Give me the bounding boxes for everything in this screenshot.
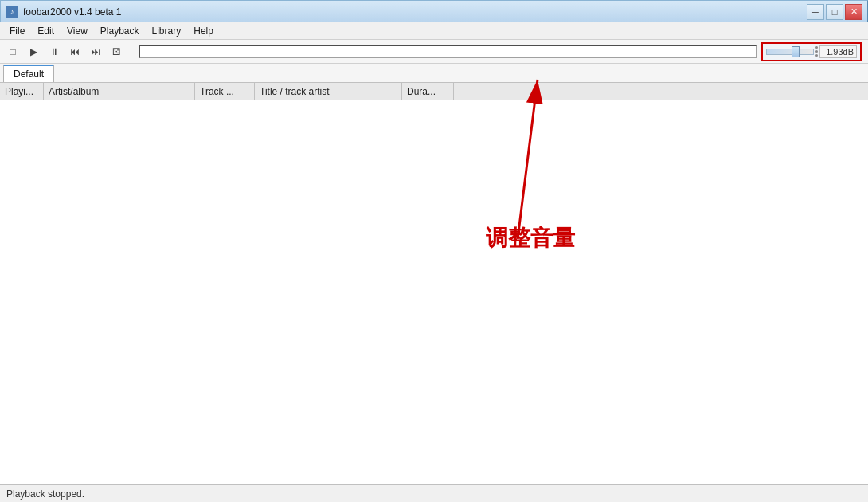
col-header-duration[interactable]: Dura... — [402, 83, 454, 100]
col-header-artist[interactable]: Artist/album — [44, 83, 195, 100]
status-text: Playback stopped. — [6, 488, 84, 500]
app-icon: ♪ — [6, 6, 18, 18]
menu-edit[interactable]: Edit — [31, 22, 61, 39]
title-text: foobar2000 v1.4 beta 1 — [23, 6, 121, 18]
volume-container: -1.93dB — [761, 42, 862, 61]
menu-view[interactable]: View — [61, 22, 94, 39]
toolbar-separator — [131, 44, 131, 60]
title-bar-controls: ─ □ ✕ — [807, 4, 862, 20]
col-header-track[interactable]: Track ... — [195, 83, 255, 100]
close-button[interactable]: ✕ — [845, 4, 862, 20]
title-bar-left: ♪ foobar2000 v1.4 beta 1 — [6, 6, 121, 18]
menu-bar: File Edit View Playback Library Help — [0, 22, 868, 40]
status-bar: Playback stopped. — [0, 484, 868, 502]
tab-default[interactable]: Default — [3, 65, 54, 82]
column-headers: Playi... Artist/album Track ... Title / … — [0, 83, 868, 100]
maximize-button[interactable]: □ — [826, 4, 843, 20]
col-header-title[interactable]: Title / track artist — [255, 83, 402, 100]
menu-help[interactable]: Help — [187, 22, 220, 39]
minimize-button[interactable]: ─ — [807, 4, 824, 20]
menu-playback[interactable]: Playback — [94, 22, 146, 39]
dot-2 — [815, 50, 818, 53]
menu-library[interactable]: Library — [146, 22, 188, 39]
prev-button[interactable]: ⏮ — [65, 42, 84, 61]
dot-3 — [815, 54, 818, 57]
col-header-playing[interactable]: Playi... — [0, 83, 44, 100]
stop-button[interactable]: □ — [3, 42, 22, 61]
volume-label: -1.93dB — [819, 45, 857, 58]
title-bar: ♪ foobar2000 v1.4 beta 1 ─ □ ✕ — [0, 0, 868, 22]
seek-bar[interactable] — [139, 45, 757, 58]
volume-dots-handle[interactable] — [815, 46, 818, 57]
tab-area: Default — [0, 64, 868, 83]
toolbar: □ ▶ ⏸ ⏮ ⏭ ⚄ -1.93dB — [0, 40, 868, 64]
volume-slider-track[interactable] — [766, 49, 814, 55]
playlist-area[interactable] — [0, 100, 868, 484]
menu-file[interactable]: File — [3, 22, 31, 39]
next-button[interactable]: ⏭ — [86, 42, 105, 61]
pause-button[interactable]: ⏸ — [45, 42, 64, 61]
dot-1 — [815, 46, 818, 49]
volume-slider-thumb[interactable] — [792, 46, 800, 57]
random-button[interactable]: ⚄ — [107, 42, 126, 61]
play-button[interactable]: ▶ — [24, 42, 43, 61]
